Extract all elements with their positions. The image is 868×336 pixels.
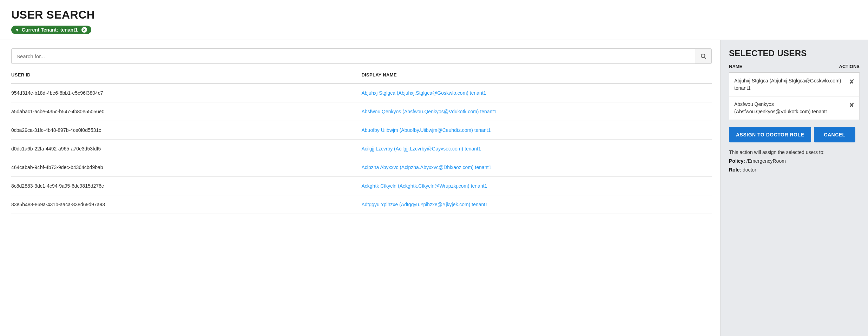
cell-displayname: Adtggyu Ypihzxe (Adtggyu.Ypihzxe@Yjkyjek… xyxy=(362,202,712,207)
table-body: 954d314c-b18d-4be6-8bb1-e5c96f3804c7 Abj… xyxy=(11,84,712,214)
search-input[interactable] xyxy=(11,48,695,64)
search-bar-row xyxy=(11,48,712,64)
cell-userid: 83e5b488-869a-431b-aaca-838d69d97a93 xyxy=(11,202,362,207)
table-row[interactable]: 0cba29ca-31fc-4b48-897b-4ce0f0d5531c Abu… xyxy=(11,121,712,140)
table-row[interactable]: 464cabab-94bf-4b73-9dec-b4364cbd9bab Aci… xyxy=(11,158,712,177)
cell-displayname: Ackghtk Ctkycln (Ackghtk.Ctkycln@Wrupzkj… xyxy=(362,183,712,189)
cell-displayname: Acilgjj Lzcvrby (Acilgjj.Lzcvrby@Gayvsoc… xyxy=(362,146,712,152)
svg-point-0 xyxy=(701,54,705,58)
action-description: This action will assign the selected use… xyxy=(729,148,860,175)
selected-user-name: Abjuhxj Stglgca (Abjuhxj.Stglgca@Goskwlo… xyxy=(734,77,846,92)
role-value: doctor xyxy=(743,167,756,173)
filter-label: Current Tenant: xyxy=(22,27,58,33)
selected-user-row: Abjuhxj Stglgca (Abjuhxj.Stglgca@Goskwlo… xyxy=(729,73,860,96)
table-row[interactable]: a5dabac1-acbe-435c-b547-4b80e55056e0 Abs… xyxy=(11,102,712,121)
page-title: USER SEARCH xyxy=(11,8,857,21)
selected-users-list: Abjuhxj Stglgca (Abjuhxj.Stglgca@Goskwlo… xyxy=(729,73,860,120)
policy-label: Policy: xyxy=(729,158,745,164)
cell-userid: 8c8d2883-3dc1-4c94-9a95-6dc9815d276c xyxy=(11,183,362,189)
remove-user-button[interactable]: ✘ xyxy=(849,78,854,86)
cell-userid: 954d314c-b18d-4be6-8bb1-e5c96f3804c7 xyxy=(11,90,362,96)
filter-close-icon[interactable]: ✕ xyxy=(81,27,87,33)
cell-displayname: Absfwou Qenkyos (Absfwou.Qenkyos@Vdukotk… xyxy=(362,109,712,114)
cell-userid: 464cabab-94bf-4b73-9dec-b4364cbd9bab xyxy=(11,164,362,170)
main-content: USER ID DISPLAY NAME 954d314c-b18d-4be6-… xyxy=(0,40,868,336)
table-row[interactable]: 8c8d2883-3dc1-4c94-9a95-6dc9815d276c Ack… xyxy=(11,177,712,195)
filter-value: tenant1 xyxy=(60,27,78,33)
remove-user-button[interactable]: ✘ xyxy=(849,101,854,109)
header-section: USER SEARCH ▼ Current Tenant: tenant1 ✕ xyxy=(0,0,868,40)
action-buttons: ASSIGN TO DOCTOR ROLE CANCEL xyxy=(729,127,860,142)
col-header-displayname: DISPLAY NAME xyxy=(362,69,712,80)
table-header: USER ID DISPLAY NAME xyxy=(11,69,712,84)
cell-displayname: Abjuhxj Stglgca (Abjuhxj.Stglgca@Goskwlo… xyxy=(362,90,712,96)
table-row[interactable]: 954d314c-b18d-4be6-8bb1-e5c96f3804c7 Abj… xyxy=(11,84,712,102)
assign-doctor-role-button[interactable]: ASSIGN TO DOCTOR ROLE xyxy=(729,127,811,142)
search-icon xyxy=(700,53,706,59)
left-panel: USER ID DISPLAY NAME 954d314c-b18d-4be6-… xyxy=(0,40,721,336)
tenant-filter-badge[interactable]: ▼ Current Tenant: tenant1 ✕ xyxy=(11,26,91,34)
cancel-button[interactable]: CANCEL xyxy=(814,127,855,142)
selected-user-row: Absfwou Qenkyos (Absfwou.Qenkyos@Vdukotk… xyxy=(729,96,860,120)
table-row[interactable]: 83e5b488-869a-431b-aaca-838d69d97a93 Adt… xyxy=(11,195,712,214)
filter-icon: ▼ xyxy=(15,27,20,33)
selected-table-header: NAME ACTIONS xyxy=(729,64,860,73)
action-description-text: This action will assign the selected use… xyxy=(729,149,824,155)
cell-userid: d0dc1a6b-22fa-4492-a965-a70e3d53fdf5 xyxy=(11,146,362,152)
cell-displayname: Acipzha Abyxxvc (Acipzha.Abyxxvc@Dhixaoz… xyxy=(362,164,712,170)
role-label: Role: xyxy=(729,167,741,173)
search-button[interactable] xyxy=(695,48,712,64)
svg-line-1 xyxy=(704,57,706,59)
page-wrapper: USER SEARCH ▼ Current Tenant: tenant1 ✕ xyxy=(0,0,868,336)
selected-user-name: Absfwou Qenkyos (Absfwou.Qenkyos@Vdukotk… xyxy=(734,101,846,115)
cell-userid: 0cba29ca-31fc-4b48-897b-4ce0f0d5531c xyxy=(11,127,362,133)
right-panel: SELECTED USERS NAME ACTIONS Abjuhxj Stgl… xyxy=(721,40,868,336)
cell-displayname: Abuofby Uiibwjm (Abuofby.Uiibwjm@Ceuhdtz… xyxy=(362,127,712,133)
col-header-userid: USER ID xyxy=(11,69,362,80)
selected-users-title: SELECTED USERS xyxy=(729,48,860,58)
selected-col-name: NAME xyxy=(729,64,839,69)
cell-userid: a5dabac1-acbe-435c-b547-4b80e55056e0 xyxy=(11,109,362,114)
table-row[interactable]: d0dc1a6b-22fa-4492-a965-a70e3d53fdf5 Aci… xyxy=(11,140,712,158)
selected-col-actions: ACTIONS xyxy=(839,64,860,69)
policy-value: /EmergencyRoom xyxy=(747,158,786,164)
